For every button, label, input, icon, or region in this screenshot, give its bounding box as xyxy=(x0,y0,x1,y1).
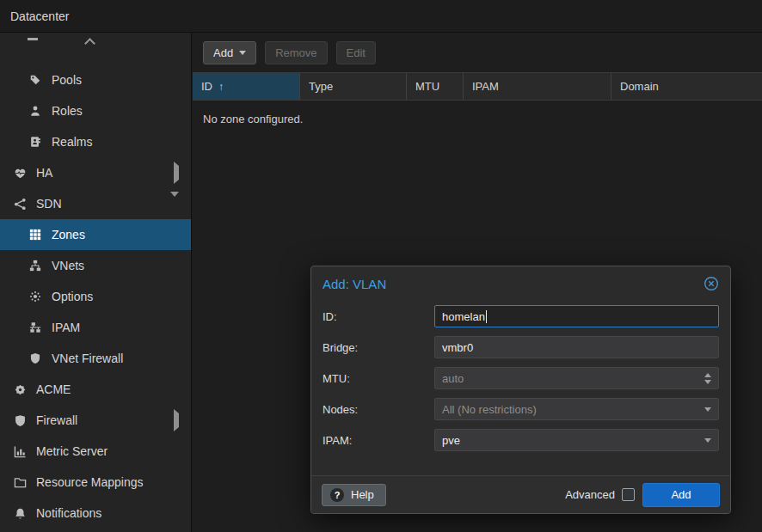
add-vlan-dialog: Add: VLAN ID: homelan Bridge: vmbr0 M xyxy=(310,266,731,514)
column-header-type[interactable]: Type xyxy=(300,73,407,100)
column-label: Type xyxy=(309,80,333,93)
heartbeat-icon xyxy=(12,167,28,180)
edit-button[interactable]: Edit xyxy=(336,41,376,64)
column-label: MTU xyxy=(415,80,439,93)
chevron-up-icon xyxy=(84,38,95,49)
tags-icon xyxy=(28,74,43,86)
id-value: homelan xyxy=(442,310,485,323)
page-title: Datacenter xyxy=(10,9,69,23)
sidebar-item-ha[interactable]: HA xyxy=(0,157,191,188)
proxmox-datacenter-view: Datacenter Pools Roles Realms xyxy=(0,0,762,532)
bridge-value: vmbr0 xyxy=(442,341,473,354)
column-label: Domain xyxy=(620,80,659,93)
ipam-select[interactable]: pve xyxy=(434,429,719,451)
chevron-right-icon[interactable] xyxy=(174,413,179,427)
ipam-value: pve xyxy=(442,434,460,447)
sidebar-item-sdn[interactable]: SDN xyxy=(0,188,191,219)
nodes-value: All (No restrictions) xyxy=(442,403,537,416)
folder-icon xyxy=(12,476,28,489)
nodes-label: Nodes: xyxy=(323,403,434,416)
nodes-select[interactable]: All (No restrictions) xyxy=(434,398,719,420)
dialog-add-label: Add xyxy=(671,488,691,501)
user-icon xyxy=(28,105,43,117)
sidebar-item-label: IPAM xyxy=(52,321,80,334)
sidebar-item-partial[interactable] xyxy=(0,33,191,64)
sidebar-item-metric-server[interactable]: Metric Server xyxy=(0,436,191,467)
sidebar-item-realms[interactable]: Realms xyxy=(0,126,191,157)
sidebar-item-label: Roles xyxy=(52,104,83,118)
sidebar-item-label: Notifications xyxy=(36,506,101,520)
form-row-nodes: Nodes: All (No restrictions) xyxy=(323,398,719,420)
chevron-down-icon xyxy=(239,51,246,55)
advanced-checkbox[interactable] xyxy=(622,488,635,501)
sidebar-item-vnets[interactable]: VNets xyxy=(0,250,191,281)
sidebar-item-label: Realms xyxy=(52,135,92,149)
column-header-ipam[interactable]: IPAM xyxy=(464,73,611,100)
bridge-label: Bridge: xyxy=(323,341,434,354)
sidebar-item-ipam[interactable]: IPAM xyxy=(0,312,191,343)
help-button[interactable]: ? Help xyxy=(322,484,386,506)
sdn-network-icon xyxy=(12,198,28,211)
mtu-spinner[interactable]: auto xyxy=(434,367,719,389)
question-icon: ? xyxy=(330,488,344,502)
mtu-label: MTU: xyxy=(323,372,434,385)
ipam-label: IPAM: xyxy=(323,434,434,447)
sidebar-item-roles[interactable]: Roles xyxy=(0,95,191,126)
sidebar-item-resource-mappings[interactable]: Resource Mappings xyxy=(0,467,191,498)
zones-table-header: ID ↑ Type MTU IPAM Domain xyxy=(193,72,762,101)
form-row-ipam: IPAM: pve xyxy=(323,429,719,451)
edit-button-label: Edit xyxy=(347,46,366,59)
remove-button-label: Remove xyxy=(275,46,316,59)
dropdown-chevron-icon xyxy=(697,438,711,443)
sidebar-item-label: ACME xyxy=(36,382,71,396)
sidebar-item-acme[interactable]: ACME xyxy=(0,374,191,405)
sidebar-item-options[interactable]: Options xyxy=(0,281,191,312)
sidebar-item-label: SDN xyxy=(36,197,62,211)
id-input[interactable]: homelan xyxy=(434,305,719,327)
sidebar-item-label: Pools xyxy=(52,73,82,87)
column-header-id[interactable]: ID ↑ xyxy=(193,73,300,100)
spinner-buttons[interactable] xyxy=(697,373,711,384)
grid-icon xyxy=(28,229,43,241)
dialog-add-button[interactable]: Add xyxy=(642,483,720,507)
chevron-right-icon[interactable] xyxy=(174,166,179,180)
form-row-bridge: Bridge: vmbr0 xyxy=(323,336,719,358)
spinner-up-icon xyxy=(704,373,711,377)
advanced-label: Advanced xyxy=(565,488,615,501)
dropdown-chevron-icon xyxy=(697,407,711,412)
remove-button[interactable]: Remove xyxy=(265,41,327,64)
sidebar-item-label: VNet Firewall xyxy=(52,352,123,365)
close-icon xyxy=(704,276,719,291)
add-button[interactable]: Add xyxy=(203,41,256,64)
certificate-icon xyxy=(12,383,28,396)
sort-ascending-icon: ↑ xyxy=(218,81,224,93)
sidebar-item-label: Metric Server xyxy=(36,444,108,458)
add-button-label: Add xyxy=(213,46,233,59)
column-header-mtu[interactable]: MTU xyxy=(407,73,464,100)
sidebar-item-zones[interactable]: Zones xyxy=(0,219,191,250)
address-book-icon xyxy=(28,136,43,148)
gear-icon xyxy=(28,290,43,303)
bell-icon xyxy=(12,507,28,520)
sidebar-item-notifications[interactable]: Notifications xyxy=(0,498,191,529)
help-button-label: Help xyxy=(351,488,374,501)
bar-chart-icon xyxy=(12,445,28,458)
bridge-input[interactable]: vmbr0 xyxy=(434,336,719,358)
sidebar-item-firewall[interactable]: Firewall xyxy=(0,405,191,436)
zones-toolbar: Add Remove Edit xyxy=(193,33,762,72)
dialog-body: ID: homelan Bridge: vmbr0 MTU: auto xyxy=(311,297,730,475)
column-label: ID xyxy=(201,80,212,93)
dialog-header[interactable]: Add: VLAN xyxy=(311,266,730,297)
sidebar-item-pools[interactable]: Pools xyxy=(0,64,191,95)
column-header-domain[interactable]: Domain xyxy=(611,73,762,100)
shield-icon xyxy=(12,414,28,427)
close-button[interactable] xyxy=(704,276,719,291)
chevron-down-icon[interactable] xyxy=(170,197,179,211)
partial-item-icon xyxy=(28,38,38,40)
sidebar-item-label: Options xyxy=(52,290,93,303)
spinner-down-icon xyxy=(704,380,711,384)
id-label: ID: xyxy=(323,310,434,323)
empty-table-message: No zone configured. xyxy=(193,101,762,138)
sidebar-item-label: Firewall xyxy=(36,413,77,427)
sidebar-item-vnet-firewall[interactable]: VNet Firewall xyxy=(0,343,191,374)
